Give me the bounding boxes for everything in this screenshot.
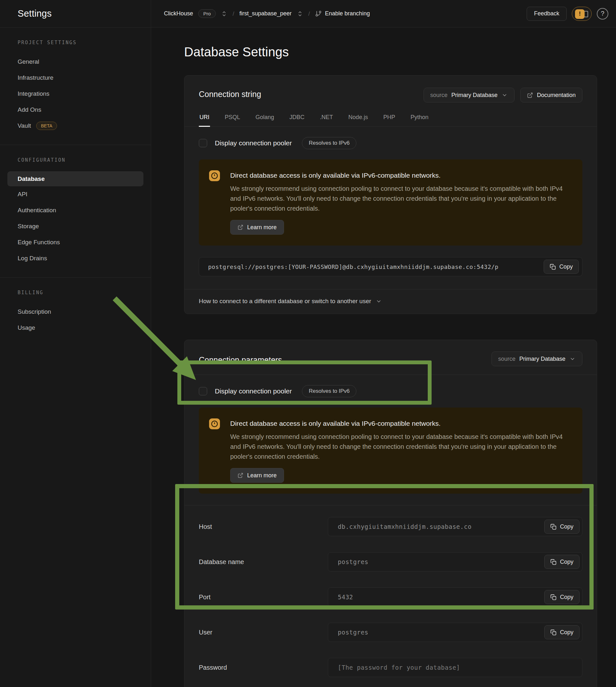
tab-uri[interactable]: URI	[199, 112, 210, 127]
sidebar-item-database[interactable]: Database	[7, 171, 144, 186]
sidebar-section-billing: BILLING Subscription Usage	[0, 277, 151, 347]
ipv6-warning-callout: Direct database access is only available…	[199, 407, 582, 494]
beta-badge: BETA	[36, 121, 57, 130]
source-dropdown[interactable]: source Primary Database	[423, 88, 514, 103]
sidebar-item-subscription[interactable]: Subscription	[0, 304, 151, 320]
plan-badge: Pro	[198, 9, 216, 18]
user-input[interactable]: postgres Copy	[328, 623, 582, 642]
sidebar-item-add-ons[interactable]: Add Ons	[0, 102, 151, 118]
warning-body: We strongly recommend using connection p…	[230, 432, 570, 462]
chevron-down-icon	[501, 92, 508, 98]
section-title: PROJECT SETTINGS	[0, 40, 151, 45]
breadcrumb-separator: /	[308, 10, 310, 17]
database-name-input[interactable]: postgres Copy	[328, 552, 582, 572]
field-label: Port	[199, 594, 328, 601]
display-connection-pooler-checkbox[interactable]	[199, 139, 207, 147]
sidebar-item-general[interactable]: General	[0, 54, 151, 70]
connect-help-expander[interactable]: How to connect to a different database o…	[184, 289, 597, 314]
port-field-row: Port 5432 Copy	[199, 588, 582, 607]
sidebar-section-project-settings: PROJECT SETTINGS General Infrastructure …	[0, 27, 151, 145]
connection-string-card: Connection string source Primary Databas…	[184, 75, 597, 314]
tab-psql[interactable]: PSQL	[224, 112, 241, 127]
connection-string-field[interactable]: postgresql://postgres:[YOUR-PASSWORD]@db…	[199, 257, 582, 276]
pooler-checkbox-label: Display connection pooler	[215, 139, 292, 147]
external-link-icon	[238, 472, 243, 478]
enable-branching-button[interactable]: Enable branching	[315, 10, 370, 17]
sidebar-item-usage[interactable]: Usage	[0, 320, 151, 336]
card-title: Connection parameters	[199, 353, 282, 364]
display-connection-pooler-checkbox[interactable]	[199, 387, 207, 395]
page-title: Database Settings	[184, 45, 616, 59]
sidebar-item-storage[interactable]: Storage	[0, 218, 151, 234]
sidebar-section-configuration: CONFIGURATION Database API Authenticatio…	[0, 145, 151, 277]
help-icon[interactable]: ?	[597, 8, 608, 20]
sidebar-item-log-drains[interactable]: Log Drains	[0, 250, 151, 266]
sidebar-item-infrastructure[interactable]: Infrastructure	[0, 70, 151, 86]
warning-icon	[209, 418, 220, 429]
copy-user-button[interactable]: Copy	[544, 625, 579, 639]
documentation-button[interactable]: Documentation	[520, 88, 582, 103]
tab-jdbc[interactable]: JDBC	[289, 112, 305, 127]
tab-dotnet[interactable]: .NET	[319, 112, 334, 127]
copy-port-button[interactable]: Copy	[544, 590, 579, 604]
chevron-down-icon	[376, 298, 382, 305]
port-input[interactable]: 5432 Copy	[328, 588, 582, 607]
connection-parameters-card: Connection parameters source Primary Dat…	[184, 340, 597, 687]
password-input[interactable]: [The password for your database]	[328, 658, 582, 677]
copy-database-name-button[interactable]: Copy	[544, 555, 579, 569]
header-right-controls: Feedback ! ?	[527, 7, 608, 21]
breadcrumb-separator: /	[233, 10, 234, 17]
copy-icon	[550, 594, 556, 600]
sidebar-item-api[interactable]: API	[0, 186, 151, 202]
sidebar-item-edge-functions[interactable]: Edge Functions	[0, 234, 151, 250]
ipv6-warning-callout: Direct database access is only available…	[199, 159, 582, 246]
tab-python[interactable]: Python	[410, 112, 429, 127]
chevron-down-icon	[569, 356, 576, 362]
feedback-button[interactable]: Feedback	[527, 7, 567, 21]
warning-title: Direct database access is only available…	[230, 170, 570, 181]
copy-icon	[550, 629, 556, 636]
source-dropdown[interactable]: source Primary Database	[491, 352, 582, 366]
external-link-icon	[238, 224, 243, 230]
tab-php[interactable]: PHP	[382, 112, 396, 127]
copy-connection-string-button[interactable]: Copy	[544, 260, 579, 274]
pooler-checkbox-label: Display connection pooler	[215, 387, 292, 395]
tab-nodejs[interactable]: Node.js	[348, 112, 369, 127]
warning-title: Direct database access is only available…	[230, 418, 570, 429]
breadcrumb-project[interactable]: first_supabase_peer	[240, 10, 292, 17]
project-selector-icon[interactable]	[297, 10, 303, 17]
field-label: User	[199, 629, 328, 636]
section-title: BILLING	[0, 290, 151, 295]
sidebar-item-integrations[interactable]: Integrations	[0, 86, 151, 102]
org-selector-icon[interactable]	[221, 10, 227, 17]
resolves-ipv6-badge: Resolves to IPv6	[302, 385, 356, 397]
warning-icon	[209, 170, 220, 181]
copy-host-button[interactable]: Copy	[544, 519, 579, 534]
warning-body: We strongly recommend using connection p…	[230, 184, 570, 214]
notifications-button[interactable]: !	[572, 7, 592, 21]
git-branch-icon	[315, 10, 322, 17]
sidebar-item-vault[interactable]: Vault BETA	[0, 118, 151, 134]
copy-icon	[550, 264, 556, 270]
settings-sidebar: PROJECT SETTINGS General Infrastructure …	[0, 27, 151, 687]
learn-more-button[interactable]: Learn more	[230, 220, 284, 235]
settings-header-zone: Settings	[0, 0, 151, 27]
resolves-ipv6-badge: Resolves to IPv6	[302, 137, 356, 149]
password-field-row: Password [The password for your database…	[199, 658, 582, 677]
connection-string-tabs: URI PSQL Golang JDBC .NET Node.js PHP Py…	[184, 112, 597, 127]
external-link-icon	[527, 92, 533, 98]
field-label: Host	[199, 523, 328, 530]
card-title: Connection string	[199, 88, 261, 99]
breadcrumb-org[interactable]: ClickHouse	[164, 10, 193, 17]
app-title: Settings	[18, 8, 51, 19]
breadcrumb: ClickHouse Pro / first_supabase_peer / E…	[164, 9, 370, 18]
section-title: CONFIGURATION	[0, 157, 151, 163]
database-name-field-row: Database name postgres Copy	[199, 552, 582, 572]
learn-more-button[interactable]: Learn more	[230, 468, 284, 483]
field-label: Database name	[199, 558, 328, 566]
connection-string-value: postgresql://postgres:[YOUR-PASSWORD]@db…	[208, 264, 544, 270]
header-main-zone: ClickHouse Pro / first_supabase_peer / E…	[151, 0, 616, 27]
host-input[interactable]: db.cxhygiuitamxhniiddjm.supabase.co Copy	[328, 517, 582, 536]
tab-golang[interactable]: Golang	[255, 112, 275, 127]
sidebar-item-authentication[interactable]: Authentication	[0, 202, 151, 218]
